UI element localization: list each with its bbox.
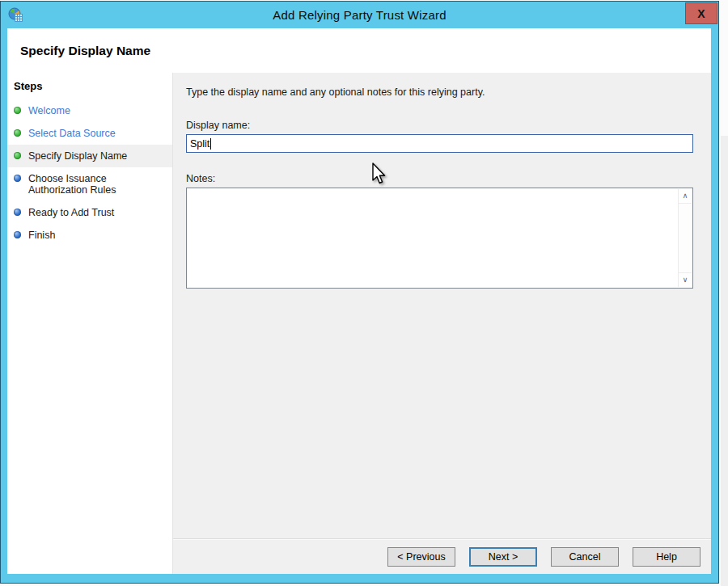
step-pending-icon xyxy=(14,231,21,238)
page-title: Specify Display Name xyxy=(20,44,150,57)
sidebar-step: Specify Display Name xyxy=(7,145,172,167)
instruction-text: Type the display name and any optional n… xyxy=(186,86,693,98)
main-area: Type the display name and any optional n… xyxy=(173,73,711,538)
close-button[interactable]: X xyxy=(685,2,717,24)
window-title: Add Relying Party Trust Wizard xyxy=(1,2,718,28)
step-pending-icon xyxy=(14,175,21,182)
step-done-icon xyxy=(14,107,21,114)
page-header: Specify Display Name xyxy=(7,28,711,73)
sidebar-step: Choose Issuance Authorization Rules xyxy=(7,167,172,201)
display-name-label: Display name: xyxy=(186,120,693,131)
step-label: Select Data Source xyxy=(28,128,116,139)
window-inner: Specify Display Name Steps WelcomeSelect… xyxy=(7,28,711,574)
mouse-cursor-icon xyxy=(371,162,389,187)
step-label: Specify Display Name xyxy=(28,150,127,162)
text-caret xyxy=(210,138,211,150)
sidebar-step[interactable]: Select Data Source xyxy=(7,122,172,145)
sidebar-step[interactable]: Welcome xyxy=(7,99,172,122)
steps-list: WelcomeSelect Data SourceSpecify Display… xyxy=(7,99,172,247)
help-button[interactable]: Help xyxy=(633,547,700,567)
previous-button[interactable]: < Previous xyxy=(387,547,455,567)
wizard-body: Steps WelcomeSelect Data SourceSpecify D… xyxy=(7,73,711,574)
scroll-down-icon[interactable]: ∨ xyxy=(679,272,692,287)
step-pending-icon xyxy=(14,209,21,216)
notes-textarea[interactable]: ∧ ∨ xyxy=(186,188,693,289)
titlebar[interactable]: Add Relying Party Trust Wizard X xyxy=(1,2,718,28)
step-label: Choose Issuance Authorization Rules xyxy=(28,173,166,196)
wizard-window: Add Relying Party Trust Wizard X Specify… xyxy=(0,1,719,584)
scroll-up-icon[interactable]: ∧ xyxy=(679,189,692,204)
step-done-icon xyxy=(14,129,21,137)
display-name-value: Split xyxy=(190,138,210,150)
desktop-background xyxy=(721,136,728,586)
step-label: Welcome xyxy=(28,105,70,116)
steps-sidebar: Steps WelcomeSelect Data SourceSpecify D… xyxy=(7,73,173,574)
step-label: Finish xyxy=(28,230,55,241)
step-done-icon xyxy=(14,152,21,159)
next-button[interactable]: Next > xyxy=(469,547,537,567)
step-label: Ready to Add Trust xyxy=(28,207,114,218)
display-name-input[interactable]: Split xyxy=(186,134,693,153)
steps-heading: Steps xyxy=(7,80,172,99)
notes-label: Notes: xyxy=(186,173,693,184)
sidebar-step: Ready to Add Trust xyxy=(7,201,172,224)
notes-scrollbar[interactable]: ∧ ∨ xyxy=(678,189,692,287)
content-pane: Type the display name and any optional n… xyxy=(173,73,711,574)
button-bar: < Previous Next > Cancel Help xyxy=(173,538,711,574)
sidebar-step: Finish xyxy=(7,224,172,247)
cancel-button[interactable]: Cancel xyxy=(551,547,619,567)
